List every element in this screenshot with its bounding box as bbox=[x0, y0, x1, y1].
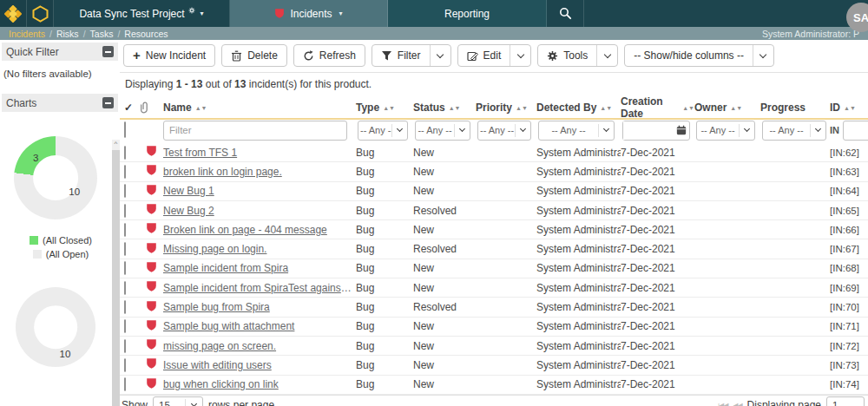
quick-filter-collapse-button[interactable] bbox=[102, 46, 114, 57]
incident-id: [IN:69] bbox=[830, 283, 859, 293]
filter-split-button: Filter bbox=[372, 44, 451, 67]
incident-detected-by: System Administrator bbox=[536, 359, 621, 371]
app-logo[interactable] bbox=[0, 0, 27, 27]
row-checkbox[interactable] bbox=[124, 377, 126, 391]
sidebar: Quick Filter (No filters available) Char… bbox=[0, 40, 120, 406]
col-header-priority: Priority bbox=[476, 102, 512, 114]
global-search-button[interactable] bbox=[547, 0, 584, 27]
breadcrumb-tasks[interactable]: Tasks bbox=[90, 29, 114, 39]
new-incident-button[interactable]: + New Incident bbox=[123, 44, 215, 67]
nav-tab-reporting[interactable]: Reporting bbox=[388, 0, 547, 27]
incident-name-link[interactable]: Sample incident from Spira bbox=[163, 262, 352, 274]
sort-arrows-id[interactable]: ▲▼ bbox=[844, 105, 856, 111]
row-checkbox[interactable] bbox=[124, 358, 126, 372]
row-checkbox[interactable] bbox=[124, 165, 126, 179]
first-page-button[interactable]: |◀◀ bbox=[718, 402, 727, 406]
refresh-label: Refresh bbox=[319, 49, 356, 62]
filter-button[interactable]: Filter bbox=[372, 45, 430, 66]
breadcrumb-incidents[interactable]: Incidents bbox=[9, 29, 45, 39]
sort-arrows-detected-by[interactable]: ▲▼ bbox=[600, 105, 612, 111]
delete-button[interactable]: Delete bbox=[221, 44, 287, 67]
scrollbar-thumb[interactable] bbox=[112, 150, 120, 406]
incident-name-link[interactable]: Sample bug with attachment bbox=[163, 320, 352, 332]
creation-date-input[interactable] bbox=[623, 121, 674, 140]
id-filter-input[interactable] bbox=[843, 121, 868, 141]
incident-name-link[interactable]: Sample incident from SpiraTest against c… bbox=[163, 282, 352, 294]
select-all-header[interactable]: ✓ bbox=[120, 102, 141, 114]
incident-name-link[interactable]: bug when clicking on link bbox=[163, 378, 352, 390]
tools-dropdown-caret[interactable] bbox=[596, 45, 617, 66]
table-body: Test from TFS 1 Bug New System Administr… bbox=[120, 143, 868, 395]
show-hide-columns-caret[interactable] bbox=[753, 45, 773, 66]
edit-split-button: Edit bbox=[457, 44, 532, 67]
sort-arrows-status[interactable]: ▲▼ bbox=[449, 105, 461, 111]
row-checkbox[interactable] bbox=[124, 319, 126, 333]
page-number-input[interactable] bbox=[826, 396, 865, 406]
type-filter-select[interactable]: -- Any -- bbox=[358, 121, 408, 141]
incident-name-link[interactable]: New Bug 2 bbox=[163, 205, 352, 217]
filter-funnel-icon bbox=[381, 50, 392, 62]
row-checkbox[interactable] bbox=[124, 339, 126, 353]
row-checkbox[interactable] bbox=[124, 281, 126, 295]
incident-detected-by: System Administrator bbox=[536, 282, 621, 294]
sort-arrows-owner[interactable]: ▲▼ bbox=[730, 105, 742, 111]
previous-page-button[interactable]: ◀◀ bbox=[733, 402, 741, 406]
incident-name-link[interactable]: Issue with editing users bbox=[163, 359, 352, 371]
row-checkbox[interactable] bbox=[124, 204, 126, 218]
incident-status: New bbox=[413, 262, 476, 274]
select-all-checkbox[interactable] bbox=[124, 121, 126, 138]
page-size-select[interactable]: 15 bbox=[153, 396, 203, 406]
incident-name-link[interactable]: New Bug 1 bbox=[163, 185, 352, 197]
priority-filter-select[interactable]: -- Any -- bbox=[477, 121, 531, 141]
incident-name-link[interactable]: Sample bug from Spira bbox=[163, 301, 352, 313]
incident-name-link[interactable]: missing page on screen. bbox=[163, 340, 352, 352]
incident-name-link[interactable]: broken link on login page. bbox=[163, 166, 352, 178]
charts-collapse-button[interactable] bbox=[102, 97, 114, 108]
row-checkbox[interactable] bbox=[124, 300, 126, 314]
nav-tab-incidents[interactable]: Incidents ▾ bbox=[230, 0, 388, 27]
incident-name-link[interactable]: Broken link on page - 404 message bbox=[163, 224, 352, 236]
quick-filter-panel-header: Quick Filter bbox=[2, 43, 118, 61]
charts-scrollbar[interactable]: ^ bbox=[112, 140, 120, 406]
table-row: New Bug 2 Bug Resolved System Administra… bbox=[120, 201, 868, 220]
edit-button[interactable]: Edit bbox=[458, 45, 510, 66]
creation-date-filter bbox=[622, 121, 690, 141]
incident-creation-date: 7-Dec-2021 bbox=[621, 320, 694, 332]
filter-dropdown-caret[interactable] bbox=[430, 45, 450, 66]
rows-per-page-label: rows per page bbox=[208, 399, 274, 406]
search-icon bbox=[559, 7, 572, 20]
incident-shield-icon bbox=[146, 338, 157, 350]
sort-arrows-priority[interactable]: ▲▼ bbox=[516, 105, 528, 111]
incident-creation-date: 7-Dec-2021 bbox=[621, 147, 694, 159]
breadcrumb-resources[interactable]: Resources bbox=[124, 29, 168, 39]
donut-value-closed: 3 bbox=[33, 153, 38, 163]
workspace-hexagon-button[interactable] bbox=[27, 0, 54, 27]
progress-filter-select[interactable]: -- Any -- bbox=[762, 121, 826, 141]
incident-name-link[interactable]: Missing page on login. bbox=[163, 243, 352, 255]
sort-arrows-type[interactable]: ▲▼ bbox=[383, 105, 395, 111]
name-filter-input[interactable] bbox=[163, 121, 347, 141]
calendar-button[interactable] bbox=[674, 125, 689, 135]
detected-by-filter-select[interactable]: -- Any -- bbox=[538, 121, 615, 141]
tools-button[interactable]: Tools bbox=[538, 45, 596, 66]
show-hide-columns-dropdown: -- Show/hide columns -- bbox=[624, 44, 774, 67]
show-hide-columns-button[interactable]: -- Show/hide columns -- bbox=[625, 45, 753, 66]
row-checkbox[interactable] bbox=[124, 184, 126, 198]
project-selector[interactable]: Data Sync Test Project ▾ bbox=[54, 0, 230, 27]
row-checkbox[interactable] bbox=[124, 223, 126, 237]
row-checkbox[interactable] bbox=[124, 261, 126, 275]
legend-swatch bbox=[33, 250, 42, 259]
edit-dropdown-caret[interactable] bbox=[510, 45, 530, 66]
breadcrumb-risks[interactable]: Risks bbox=[56, 29, 79, 39]
scroll-up-arrow-icon[interactable]: ^ bbox=[112, 140, 120, 148]
sort-arrows-creation-date[interactable]: ▲▼ bbox=[682, 105, 694, 111]
sort-arrows-name[interactable]: ▲▼ bbox=[195, 105, 207, 111]
incident-name-link[interactable]: Test from TFS 1 bbox=[163, 147, 352, 159]
row-checkbox[interactable] bbox=[124, 146, 126, 160]
owner-filter-select[interactable]: -- Any -- bbox=[696, 121, 755, 141]
row-checkbox[interactable] bbox=[124, 242, 126, 256]
incident-shield-icon bbox=[146, 377, 157, 390]
charts-panel-header: Charts bbox=[2, 94, 118, 112]
status-filter-select[interactable]: -- Any -- bbox=[415, 121, 470, 141]
refresh-button[interactable]: Refresh bbox=[293, 44, 365, 67]
